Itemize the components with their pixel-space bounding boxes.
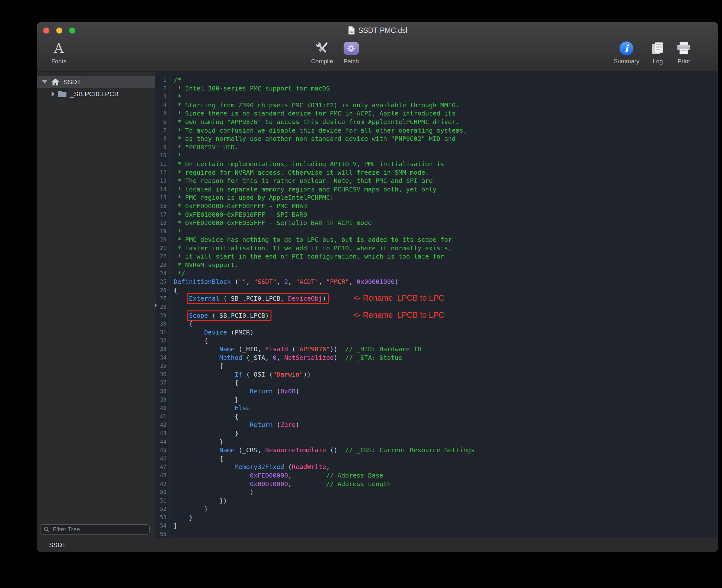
code-line: 47 Memory32Fixed (ReadWrite, bbox=[155, 463, 718, 471]
summary-info-icon: i bbox=[619, 41, 633, 56]
fonts-button[interactable]: A Fonts bbox=[45, 39, 73, 65]
code-text[interactable]: } bbox=[170, 522, 177, 530]
disclosure-right-icon[interactable] bbox=[51, 91, 55, 97]
code-text[interactable]: } bbox=[170, 396, 238, 404]
code-text[interactable]: * required for NVRAM access. Otherwise i… bbox=[170, 168, 429, 177]
code-text[interactable]: Method (_STA, 0, NotSerialized) // _STA:… bbox=[170, 354, 402, 362]
code-text[interactable]: } bbox=[170, 438, 224, 446]
compile-button[interactable]: Compile bbox=[307, 39, 337, 65]
code-line: 20 * PMC device has nothing to do to LPC… bbox=[155, 235, 718, 244]
code-text[interactable]: If (_OSI ("Darwin")) bbox=[170, 370, 311, 379]
code-text[interactable]: Return (0x0B) bbox=[170, 387, 299, 396]
code-text[interactable]: * NVRAM support. bbox=[170, 261, 238, 269]
code-text[interactable]: { bbox=[170, 455, 224, 463]
code-text[interactable]: Name (_CRS, ResourceTemplate () // _CRS:… bbox=[170, 446, 474, 455]
line-number: 52 bbox=[155, 505, 170, 513]
code-text[interactable]: 0xFE000000, // Address Base bbox=[170, 471, 383, 480]
code-text[interactable]: External (_SB_.PCI0.LPCB, DeviceObj) bbox=[170, 294, 326, 303]
code-line: 54} bbox=[155, 522, 718, 530]
code-text[interactable]: * it will start in the end of PCI config… bbox=[170, 252, 444, 261]
code-text[interactable] bbox=[170, 303, 174, 311]
line-number: 41 bbox=[155, 412, 170, 421]
code-text[interactable]: Name (_HID, EisaId ("APP9876")) // _HID:… bbox=[170, 345, 421, 354]
line-number: 19 bbox=[155, 227, 170, 236]
code-text[interactable]: { bbox=[170, 336, 208, 345]
line-number: 27 bbox=[155, 294, 170, 303]
code-text[interactable]: Else bbox=[170, 404, 250, 412]
code-line: 10 * bbox=[155, 151, 718, 160]
code-line: 15 * PMC region is used by AppleIntelPCH… bbox=[155, 193, 718, 202]
code-text[interactable]: Device (PMCR) bbox=[170, 328, 254, 337]
code-line: 51 }) bbox=[155, 497, 718, 505]
filter-tree-field[interactable] bbox=[40, 524, 150, 534]
code-text[interactable]: }) bbox=[170, 497, 227, 505]
code-text[interactable]: } bbox=[170, 513, 193, 522]
disclosure-down-icon[interactable] bbox=[42, 80, 47, 84]
code-text[interactable]: Memory32Fixed (ReadWrite, bbox=[170, 463, 330, 471]
code-text[interactable]: { bbox=[170, 412, 238, 421]
code-text[interactable]: * The reason for this is rather unclear.… bbox=[170, 176, 433, 185]
code-text[interactable]: * faster initialisation. If we add it to… bbox=[170, 244, 452, 253]
code-text[interactable]: * 0xFE010000~0xFE010FFF - SPI BAR0 bbox=[170, 210, 307, 219]
code-line: 41 { bbox=[155, 412, 718, 421]
code-text[interactable] bbox=[170, 530, 174, 538]
code-text[interactable]: * 0xFE000000~0xFE00FFFF - PMC MBAR bbox=[170, 202, 307, 210]
code-text[interactable]: * located in separate memory regions and… bbox=[170, 185, 437, 194]
code-text[interactable]: DefinitionBlock ("", "SSDT", 2, "ACDT", … bbox=[170, 277, 399, 286]
print-label: Print bbox=[671, 58, 696, 65]
code-text[interactable]: Return (Zero) bbox=[170, 421, 299, 429]
code-line: 23 * NVRAM support. bbox=[155, 261, 718, 269]
code-area[interactable]: 1/*2 * Intel 300-series PMC support for … bbox=[155, 76, 718, 538]
code-text[interactable]: } bbox=[170, 429, 238, 438]
code-text[interactable]: * To avoid confusion we disable this dev… bbox=[170, 126, 467, 135]
code-line: 38 Return (0x0B) bbox=[155, 387, 718, 396]
code-line: 35 { bbox=[155, 362, 718, 370]
filter-tree-input[interactable] bbox=[52, 526, 147, 533]
code-text[interactable]: */ bbox=[170, 269, 185, 278]
print-button[interactable]: Print bbox=[671, 39, 696, 65]
code-text[interactable]: /* bbox=[170, 76, 181, 84]
code-line: 49 0x00010000, // Address Length bbox=[155, 480, 718, 488]
code-text[interactable]: * On certain implementations, including … bbox=[170, 160, 444, 168]
code-text[interactable]: * Since there is no standard device for … bbox=[170, 109, 455, 118]
code-editor[interactable]: 1/*2 * Intel 300-series PMC support for … bbox=[155, 72, 718, 538]
code-text[interactable]: * Starting from Z390 chipsets PMC (D31:F… bbox=[170, 101, 460, 109]
code-line: 17 * 0xFE010000~0xFE010FFF - SPI BAR0 bbox=[155, 210, 718, 219]
log-button[interactable]: Log bbox=[645, 39, 671, 65]
code-text[interactable]: { bbox=[170, 320, 193, 328]
code-text[interactable]: * Intel 300-series PMC support for macOS bbox=[170, 84, 330, 93]
code-text[interactable]: } bbox=[170, 505, 208, 513]
code-line: 29 Scope (_SB.PCI0.LPCB)<- Rename LPCB t… bbox=[155, 311, 718, 320]
code-line: 1/* bbox=[155, 76, 718, 84]
code-text[interactable]: * as they normally use another non-stand… bbox=[170, 134, 455, 143]
code-line: 2 * Intel 300-series PMC support for mac… bbox=[155, 84, 718, 93]
line-number: 35 bbox=[155, 362, 170, 370]
line-number: 8 bbox=[155, 134, 170, 143]
code-line: 5 * Since there is no standard device fo… bbox=[155, 109, 718, 118]
code-text[interactable]: * PMC region is used by AppleIntelPCHPMC… bbox=[170, 193, 334, 202]
code-text[interactable]: { bbox=[170, 362, 224, 370]
patch-button[interactable]: Patch bbox=[338, 39, 365, 65]
line-number: 50 bbox=[155, 488, 170, 497]
code-text[interactable]: { bbox=[170, 378, 238, 387]
code-text[interactable]: * bbox=[170, 92, 181, 101]
code-text[interactable]: ) bbox=[170, 488, 254, 497]
code-text[interactable]: 0x00010000, // Address Length bbox=[170, 480, 391, 488]
code-text[interactable]: { bbox=[170, 286, 177, 295]
code-text[interactable]: * "PCHRESV" UID. bbox=[170, 143, 238, 152]
code-text[interactable]: * bbox=[170, 151, 181, 160]
code-text[interactable]: * 0xFE020000~0xFE035FFF - SerialIo BAR i… bbox=[170, 219, 372, 227]
code-line: 21 * faster initialisation. If we add it… bbox=[155, 244, 718, 253]
code-text[interactable]: Scope (_SB.PCI0.LPCB) bbox=[170, 311, 269, 320]
code-text[interactable]: * PMC device has nothing to do to LPC bu… bbox=[170, 235, 452, 244]
printer-icon bbox=[676, 41, 692, 56]
code-text[interactable]: * own naming "APP9876" to access this de… bbox=[170, 118, 460, 126]
window-content: SSDT _SB.PCI0.LPCB 1/*2 * Intel 3 bbox=[37, 72, 718, 538]
line-number: 6 bbox=[155, 118, 170, 126]
summary-button[interactable]: i Summary bbox=[613, 39, 640, 65]
sidebar-item-lpcb[interactable]: _SB.PCI0.LPCB bbox=[37, 88, 155, 100]
line-number: 4 bbox=[155, 101, 170, 109]
summary-label: Summary bbox=[613, 58, 640, 65]
sidebar-item-ssdt[interactable]: SSDT bbox=[37, 76, 155, 88]
code-text[interactable]: * bbox=[170, 227, 181, 236]
